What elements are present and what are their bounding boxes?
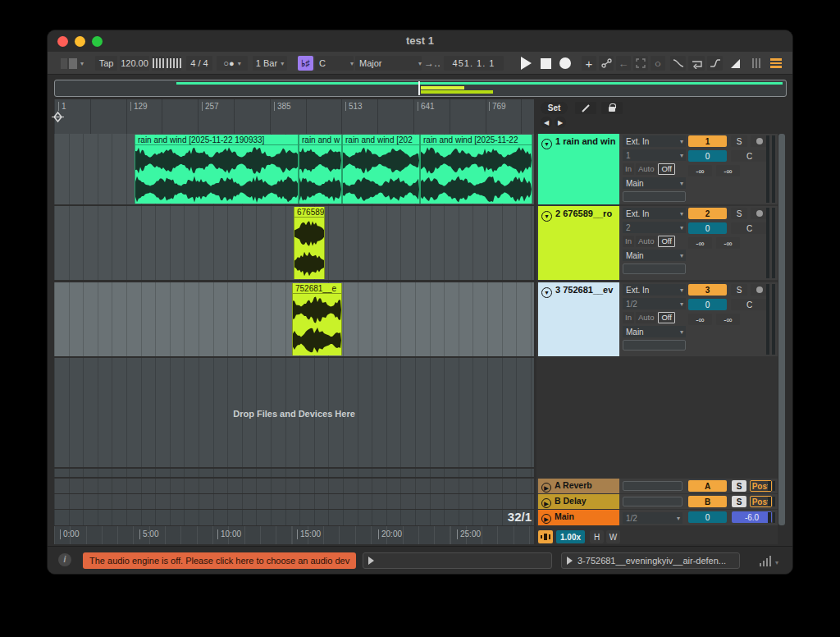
pan-display[interactable]: 0: [688, 299, 727, 310]
pan-display[interactable]: 0: [688, 150, 727, 162]
cpu-meter-icon[interactable]: ▾: [760, 556, 778, 566]
track-activator-button[interactable]: 3: [688, 284, 727, 296]
tempo-field[interactable]: 120.00: [120, 56, 149, 71]
output-channel-field[interactable]: [623, 340, 686, 351]
info-icon[interactable]: i: [58, 553, 71, 566]
volume-display-right[interactable]: -∞: [716, 237, 740, 249]
tap-tempo-button[interactable]: Tap: [95, 56, 117, 71]
monitor-in-button[interactable]: In: [623, 312, 634, 323]
track-header-2[interactable]: ▼2 676589__ro Ext. In▾ 2▾ In Auto Off Ma…: [536, 206, 778, 280]
track-activator-button[interactable]: 1: [688, 135, 727, 147]
punch-region-button[interactable]: [633, 56, 648, 71]
main-pan-display[interactable]: 0: [688, 511, 727, 523]
playback-speed-display[interactable]: 1.00x: [556, 530, 585, 543]
main-track-lane[interactable]: 32/1: [54, 510, 534, 525]
scrub-position-marker[interactable]: [52, 111, 64, 123]
input-channel-menu[interactable]: 2▾: [623, 222, 686, 233]
crossfade-button[interactable]: C: [731, 299, 768, 310]
time-ruler[interactable]: 0:00 5:00 10:00 15:00 20:00 25:00: [54, 526, 534, 544]
solo-button[interactable]: S: [732, 496, 746, 507]
output-channel-field[interactable]: [623, 191, 686, 202]
volume-display-right[interactable]: -∞: [716, 314, 740, 325]
title-bar[interactable]: test 1: [48, 30, 792, 52]
zoom-height-button[interactable]: H: [590, 530, 604, 543]
volume-display-right[interactable]: -∞: [716, 165, 740, 176]
menu-button[interactable]: [769, 56, 783, 71]
preview-player[interactable]: [363, 552, 552, 569]
monitor-auto-button[interactable]: Auto: [636, 163, 657, 175]
pan-display[interactable]: 0: [688, 222, 727, 234]
zoom-width-button[interactable]: W: [606, 530, 620, 543]
beat-time-ruler[interactable]: 1 129 257 385 513 641 769: [54, 99, 534, 134]
time-signature-field[interactable]: 4 / 4: [186, 56, 212, 71]
track-name-box[interactable]: ▼1 rain and win: [538, 134, 619, 204]
return-b-lane[interactable]: [54, 494, 534, 509]
track-name-box[interactable]: ▼3 752681__ev: [538, 282, 619, 356]
io-meters-toggle[interactable]: [749, 56, 764, 71]
monitor-in-button[interactable]: In: [623, 236, 634, 247]
overdub-button[interactable]: +: [582, 56, 596, 71]
key-scale-toggle[interactable]: ♭♯: [298, 56, 313, 71]
audio-engine-warning[interactable]: The audio engine is off. Please click he…: [83, 552, 356, 569]
monitor-off-button[interactable]: Off: [658, 236, 675, 247]
follow-button[interactable]: →‥: [424, 56, 441, 71]
track-lane-3-selected[interactable]: 752681__e: [54, 282, 534, 356]
lock-envelopes-button[interactable]: [601, 102, 623, 114]
monitor-auto-button[interactable]: Auto: [636, 236, 657, 247]
arrangement-overview[interactable]: [54, 80, 787, 97]
audio-clip[interactable]: rain and w: [299, 135, 342, 204]
input-type-menu[interactable]: Ext. In▾: [623, 284, 686, 296]
return-track-b-header[interactable]: ▶B Delay B S Post: [536, 494, 778, 509]
track-lane-1[interactable]: rain and wind [2025-11-22 190933] rain a…: [54, 134, 534, 204]
crossfade-button[interactable]: C: [731, 150, 768, 162]
crossfade-button[interactable]: C: [731, 222, 768, 234]
monitor-in-button[interactable]: In: [623, 163, 634, 175]
input-channel-menu[interactable]: 1/2▾: [623, 298, 686, 309]
volume-display-left[interactable]: -∞: [688, 237, 712, 249]
track-header-3[interactable]: ▼3 752681__ev Ext. In▾ 1/2▾ In Auto Off …: [536, 282, 778, 356]
output-type-menu[interactable]: Main▾: [623, 177, 686, 189]
key-root-menu[interactable]: C ▾: [315, 56, 354, 71]
fold-track-icon[interactable]: ▼: [541, 139, 552, 149]
link-panel-toggle[interactable]: ▾: [58, 56, 86, 71]
solo-button[interactable]: S: [731, 284, 747, 296]
solo-button[interactable]: S: [731, 208, 747, 219]
audio-clip[interactable]: rain and wind [202: [342, 135, 420, 204]
return-activator-button[interactable]: B: [688, 496, 727, 507]
fold-track-icon[interactable]: ▼: [541, 211, 552, 222]
arm-button[interactable]: [751, 208, 768, 219]
loop-switch-button[interactable]: ○: [651, 56, 665, 71]
return-a-lane[interactable]: [54, 479, 534, 493]
volume-display-left[interactable]: -∞: [688, 314, 712, 325]
input-channel-menu[interactable]: 1▾: [623, 149, 686, 161]
stop-button[interactable]: [537, 56, 554, 71]
audio-clip[interactable]: 676589: [294, 207, 325, 279]
volume-display-left[interactable]: -∞: [688, 165, 712, 176]
main-name-box[interactable]: ▶Main: [538, 510, 619, 525]
audio-clip[interactable]: rain and wind [2025-11-22: [420, 135, 532, 204]
next-locator-button[interactable]: ▶: [555, 117, 566, 128]
return-activator-button[interactable]: A: [688, 480, 727, 492]
audio-clip[interactable]: 752681__e: [292, 283, 342, 355]
return-name-box[interactable]: ▶B Delay: [538, 494, 619, 509]
session-record-button[interactable]: [599, 56, 614, 71]
current-file-player[interactable]: 3-752681__eveningkyiv__air-defen...: [561, 552, 740, 569]
output-channel-field[interactable]: [623, 264, 686, 274]
quantization-menu[interactable]: 1 Bar ▾: [253, 56, 287, 71]
return-routing-field[interactable]: [623, 481, 682, 491]
draw-mode-button[interactable]: [728, 56, 742, 71]
scale-menu[interactable]: Major ▾: [355, 56, 422, 71]
monitor-auto-button[interactable]: Auto: [636, 312, 657, 323]
main-channel-menu[interactable]: 1/2▾: [623, 512, 682, 524]
monitor-off-button[interactable]: Off: [658, 312, 675, 323]
track-lane-2[interactable]: 676589: [54, 206, 534, 280]
audio-clip[interactable]: rain and wind [2025-11-22 190933]: [135, 135, 299, 204]
play-button[interactable]: [518, 56, 534, 71]
vertical-scrollbar[interactable]: [778, 134, 785, 525]
arrangement-position-display[interactable]: 451. 1. 1: [444, 56, 504, 71]
previous-locator-button[interactable]: ◀: [541, 117, 552, 128]
loop-region-button[interactable]: [688, 56, 705, 71]
record-button[interactable]: [557, 56, 573, 71]
fold-track-icon[interactable]: ▼: [541, 287, 552, 298]
back-to-arrangement-button[interactable]: ←: [616, 56, 631, 71]
